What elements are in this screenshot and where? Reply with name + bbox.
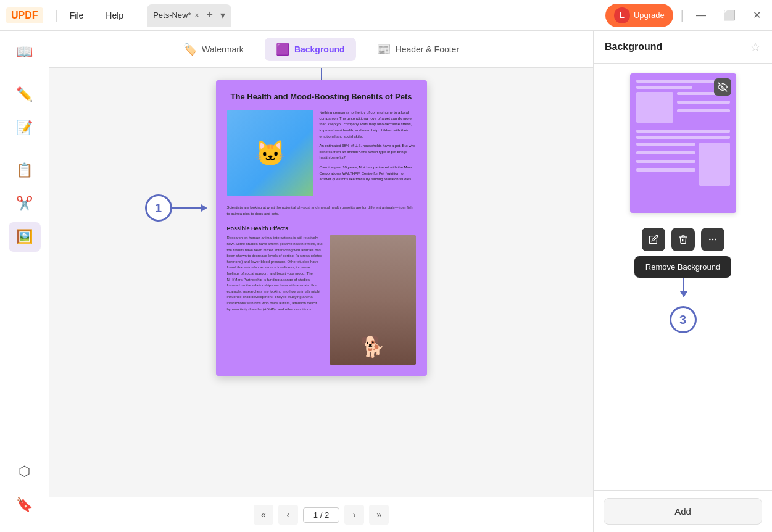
annotate-icon: 📝 bbox=[16, 120, 33, 136]
current-page: 1 bbox=[313, 510, 318, 520]
dog-image: 🐕 bbox=[330, 235, 416, 365]
next-page-button[interactable]: › bbox=[344, 505, 364, 525]
thumb-line-7 bbox=[636, 136, 730, 139]
sidebar-bottom: ⬡ 🔖 bbox=[9, 457, 41, 526]
first-page-button[interactable]: « bbox=[254, 505, 273, 525]
pdf-description: Scientists are looking at what the poten… bbox=[227, 205, 416, 217]
header-footer-label: Header & Footer bbox=[396, 44, 460, 54]
main-layout: 📖 ✏️ 📝 📋 ✂️ 🖼️ ⬡ 🔖 bbox=[0, 31, 772, 532]
page-separator: / bbox=[320, 510, 323, 520]
sidebar-item-annotate[interactable]: 📝 bbox=[9, 113, 41, 143]
thumb-line-6 bbox=[636, 130, 730, 133]
close-button[interactable]: ✕ bbox=[748, 7, 766, 23]
edit-background-button[interactable] bbox=[642, 228, 665, 251]
title-sep-2: | bbox=[681, 8, 684, 22]
cat-image: 🐱 bbox=[227, 110, 313, 196]
right-panel-title: Background bbox=[605, 41, 662, 52]
pdf-title: The Health and Mood-Boosting Benefits of… bbox=[227, 91, 416, 102]
watermark-icon: 🏷️ bbox=[183, 43, 197, 56]
watermark-label: Watermark bbox=[202, 44, 244, 54]
tab-add-button[interactable]: + bbox=[207, 9, 214, 22]
prev-page-button[interactable]: ‹ bbox=[278, 505, 298, 525]
sidebar-separator-2 bbox=[12, 149, 37, 149]
bookmark-icon: 🔖 bbox=[16, 497, 33, 513]
toolbar: 🏷️ Watermark 🟪 Background 📰 Header & Foo… bbox=[49, 31, 593, 68]
tab-title: Pets-New* bbox=[153, 10, 191, 20]
annotation-1-circle: 1 bbox=[145, 194, 172, 222]
content-area: 🏷️ Watermark 🟪 Background 📰 Header & Foo… bbox=[49, 31, 593, 532]
sidebar-item-edit[interactable]: ✏️ bbox=[9, 80, 41, 109]
annotation-3-arrowhead-up bbox=[680, 291, 687, 301]
minimize-button[interactable]: — bbox=[691, 7, 711, 23]
annotation-1-arrow bbox=[172, 207, 206, 209]
thumb-line-10 bbox=[636, 160, 695, 163]
pdf-subtitle: Possible Health Effects bbox=[227, 225, 416, 231]
background-btn-icon: 🟪 bbox=[276, 43, 289, 56]
thumb-line-2 bbox=[636, 86, 692, 89]
thumb-line-9 bbox=[636, 151, 695, 154]
sidebar-separator-1 bbox=[12, 73, 37, 73]
header-footer-icon: 📰 bbox=[377, 43, 391, 56]
document-container: 2 1 The Health and Mood-Boosting Benefit… bbox=[216, 80, 427, 376]
annotation-2-arrow bbox=[321, 68, 322, 80]
sidebar-item-reader[interactable]: 📖 bbox=[9, 37, 41, 67]
remove-background-tooltip: Remove Background bbox=[634, 256, 731, 278]
background-button[interactable]: 🟪 Background bbox=[265, 38, 356, 61]
left-sidebar: 📖 ✏️ 📝 📋 ✂️ 🖼️ ⬡ 🔖 bbox=[0, 31, 49, 532]
tab-bar: Pets-New* × + ▾ bbox=[147, 4, 231, 27]
last-page-button[interactable]: » bbox=[369, 505, 389, 525]
sidebar-item-organize[interactable]: 📋 bbox=[9, 156, 41, 185]
pdf-paragraph-3: Over the past 10 years, NIH has partnere… bbox=[320, 165, 416, 183]
sidebar-item-bookmark[interactable]: 🔖 bbox=[9, 490, 41, 520]
sidebar-item-layers[interactable]: ⬡ bbox=[9, 457, 41, 486]
pdf-body-text: Research on human-animal interactions is… bbox=[227, 235, 323, 365]
document-area: 2 1 The Health and Mood-Boosting Benefit… bbox=[49, 68, 593, 497]
annotation-1-group: 1 bbox=[145, 194, 206, 222]
maximize-button[interactable]: ⬜ bbox=[718, 7, 741, 23]
background-thumbnail bbox=[630, 73, 736, 213]
add-button-area: Add bbox=[594, 490, 772, 532]
background-label: Background bbox=[294, 44, 345, 54]
upgrade-label: Upgrade bbox=[634, 10, 665, 20]
pdf-preview: The Health and Mood-Boosting Benefits of… bbox=[216, 80, 427, 376]
background-thumbnail-area bbox=[594, 64, 772, 223]
annotation-3-circle: 3 bbox=[670, 306, 697, 333]
thumb-image-2 bbox=[699, 143, 730, 186]
delete-background-button[interactable] bbox=[671, 228, 695, 251]
pdf-bottom: Research on human-animal interactions is… bbox=[227, 235, 416, 365]
title-bar: UPDF | File Help Pets-New* × + ▾ L Upgra… bbox=[0, 0, 772, 31]
annotation-1-arrowhead bbox=[201, 204, 211, 212]
visibility-toggle[interactable] bbox=[714, 78, 731, 96]
user-avatar: L bbox=[614, 7, 630, 23]
add-button[interactable]: Add bbox=[604, 498, 762, 525]
crop-icon: ✂️ bbox=[16, 196, 33, 212]
active-tab[interactable]: Pets-New* × bbox=[153, 10, 199, 20]
sidebar-item-background[interactable]: 🖼️ bbox=[9, 222, 41, 252]
pdf-section-2: Possible Health Effects Research on huma… bbox=[227, 225, 416, 365]
favorite-icon[interactable]: ☆ bbox=[750, 39, 761, 54]
pdf-paragraph-1: Nothing compares to the joy of coming ho… bbox=[320, 110, 416, 139]
thumb-line-4 bbox=[677, 101, 730, 104]
watermark-button[interactable]: 🏷️ Watermark bbox=[172, 38, 255, 61]
right-panel: Background ☆ bbox=[593, 31, 772, 532]
tab-close-button[interactable]: × bbox=[195, 11, 199, 20]
thumb-line-5 bbox=[677, 109, 730, 112]
pdf-body: 🐱 Nothing compares to the joy of coming … bbox=[227, 110, 416, 365]
title-bar-separator: | bbox=[56, 8, 59, 22]
background-icon: 🖼️ bbox=[16, 229, 33, 245]
tooltip-area: Remove Background 3 bbox=[594, 256, 772, 343]
svg-point-2 bbox=[712, 239, 713, 241]
sidebar-item-crop[interactable]: ✂️ bbox=[9, 189, 41, 218]
organize-icon: 📋 bbox=[16, 162, 33, 178]
more-options-button[interactable] bbox=[701, 228, 724, 251]
right-panel-header: Background ☆ bbox=[594, 31, 772, 64]
layers-icon: ⬡ bbox=[19, 463, 30, 480]
header-footer-button[interactable]: 📰 Header & Footer bbox=[366, 38, 471, 61]
tab-dropdown-button[interactable]: ▾ bbox=[220, 9, 225, 21]
thumb-line-8 bbox=[636, 143, 695, 146]
title-bar-right: L Upgrade | — ⬜ ✕ bbox=[605, 4, 766, 27]
menu-file[interactable]: File bbox=[65, 8, 89, 23]
menu-help[interactable]: Help bbox=[101, 8, 128, 23]
upgrade-button[interactable]: L Upgrade bbox=[605, 4, 673, 27]
menu-bar: File Help bbox=[65, 8, 128, 23]
